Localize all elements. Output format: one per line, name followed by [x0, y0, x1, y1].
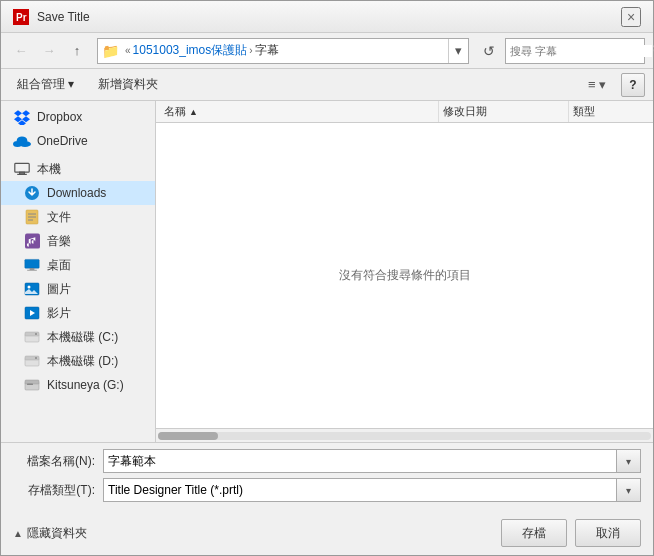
hide-folder-label: 隱藏資料夾 — [27, 525, 87, 542]
sidebar-label-dropbox: Dropbox — [37, 110, 82, 124]
sidebar-label-desktop: 桌面 — [47, 257, 71, 274]
footer: ▲ 隱藏資料夾 存檔 取消 — [1, 513, 653, 555]
file-list: 沒有符合搜尋條件的項目 — [156, 123, 653, 428]
sidebar-item-driveC[interactable]: 本機磁碟 (C:) — [1, 325, 155, 349]
svg-rect-17 — [27, 270, 37, 271]
type-column-header[interactable]: 類型 — [569, 101, 649, 122]
driveG-icon — [23, 376, 41, 394]
dialog-title: Save Title — [37, 10, 90, 24]
driveD-icon — [23, 352, 41, 370]
app-icon: Pr — [13, 9, 29, 25]
back-button[interactable]: ← — [9, 39, 33, 63]
view-button[interactable]: ≡ ▾ — [577, 73, 617, 97]
svg-point-24 — [35, 333, 37, 335]
help-button[interactable]: ? — [621, 73, 645, 97]
search-input[interactable] — [506, 45, 652, 57]
sidebar-label-music: 音樂 — [47, 233, 71, 250]
svg-rect-7 — [17, 174, 27, 175]
filename-input[interactable] — [103, 449, 617, 473]
refresh-button[interactable]: ↺ — [477, 39, 501, 63]
name-column-header[interactable]: 名稱 ▲ — [160, 101, 439, 122]
sidebar-label-onedrive: OneDrive — [37, 134, 88, 148]
thispc-icon — [13, 160, 31, 178]
driveC-icon — [23, 328, 41, 346]
close-button[interactable]: × — [621, 7, 641, 27]
sidebar-item-videos[interactable]: 影片 — [1, 301, 155, 325]
scroll-track — [158, 432, 651, 440]
sidebar-label-documents: 文件 — [47, 209, 71, 226]
desktop-icon — [23, 256, 41, 274]
sidebar-item-desktop[interactable]: 桌面 — [1, 253, 155, 277]
footer-buttons: 存檔 取消 — [501, 519, 641, 547]
sidebar-label-pictures: 圖片 — [47, 281, 71, 298]
action-bar: 組合管理 ▾ 新增資料夾 ≡ ▾ ? — [1, 69, 653, 101]
file-header: 名稱 ▲ 修改日期 類型 — [156, 101, 653, 123]
svg-point-27 — [35, 357, 37, 359]
sidebar: Dropbox OneDrive 本機 Downlo — [1, 101, 156, 442]
sidebar-item-driveG[interactable]: Kitsuneya (G:) — [1, 373, 155, 397]
path-bar: 📁 « 1051003_imos保護貼 › 字幕 ▾ — [97, 38, 469, 64]
path-current: 字幕 — [255, 42, 279, 59]
form-area: 檔案名稱(N): ▾ 存檔類型(T): Title Designer Title… — [1, 442, 653, 513]
sidebar-label-thispc: 本機 — [37, 161, 61, 178]
sidebar-item-downloads[interactable]: Downloads — [1, 181, 155, 205]
search-bar: 🔍 — [505, 38, 645, 64]
main-content: Dropbox OneDrive 本機 Downlo — [1, 101, 653, 442]
sidebar-item-pictures[interactable]: 圖片 — [1, 277, 155, 301]
save-dialog: Pr Save Title × ← → ↑ 📁 « 1051003_imos保護… — [0, 0, 654, 556]
sidebar-item-thispc[interactable]: 本機 — [1, 157, 155, 181]
pictures-icon — [23, 280, 41, 298]
downloads-icon — [23, 184, 41, 202]
svg-rect-5 — [15, 163, 29, 172]
name-sort-arrow: ▲ — [189, 107, 198, 117]
sidebar-label-driveD: 本機磁碟 (D:) — [47, 353, 118, 370]
svg-rect-30 — [27, 384, 33, 386]
onedrive-icon — [13, 132, 31, 150]
filename-label: 檔案名稱(N): — [13, 453, 103, 470]
scroll-thumb[interactable] — [158, 432, 218, 440]
sidebar-item-onedrive[interactable]: OneDrive — [1, 129, 155, 153]
filename-row: 檔案名稱(N): ▾ — [13, 449, 641, 473]
forward-button[interactable]: → — [37, 39, 61, 63]
cancel-button[interactable]: 取消 — [575, 519, 641, 547]
title-bar-left: Pr Save Title — [13, 9, 90, 25]
organize-button[interactable]: 組合管理 ▾ — [9, 73, 82, 97]
breadcrumb: « 1051003_imos保護貼 › 字幕 — [123, 42, 448, 59]
sidebar-label-videos: 影片 — [47, 305, 71, 322]
sidebar-item-documents[interactable]: 文件 — [1, 205, 155, 229]
videos-icon — [23, 304, 41, 322]
sidebar-label-driveG: Kitsuneya (G:) — [47, 378, 124, 392]
sidebar-label-downloads: Downloads — [47, 186, 106, 200]
documents-icon — [23, 208, 41, 226]
path-dropdown-button[interactable]: ▾ — [448, 39, 468, 63]
sidebar-label-driveC: 本機磁碟 (C:) — [47, 329, 118, 346]
svg-point-4 — [17, 137, 28, 145]
svg-rect-29 — [25, 380, 39, 384]
empty-message: 沒有符合搜尋條件的項目 — [339, 267, 471, 284]
path-parent[interactable]: 1051003_imos保護貼 — [133, 42, 248, 59]
music-icon — [23, 232, 41, 250]
svg-point-19 — [28, 286, 31, 289]
save-button[interactable]: 存檔 — [501, 519, 567, 547]
sidebar-item-driveD[interactable]: 本機磁碟 (D:) — [1, 349, 155, 373]
toggle-icon: ▲ — [13, 528, 23, 539]
file-area: 名稱 ▲ 修改日期 類型 沒有符合搜尋條件的項目 — [156, 101, 653, 442]
horizontal-scrollbar[interactable] — [156, 428, 653, 442]
svg-text:Pr: Pr — [16, 12, 27, 23]
filetype-select[interactable]: Title Designer Title (*.prtl) — [103, 478, 617, 502]
sidebar-item-music[interactable]: 音樂 — [1, 229, 155, 253]
date-column-header[interactable]: 修改日期 — [439, 101, 569, 122]
sidebar-item-dropbox[interactable]: Dropbox — [1, 105, 155, 129]
action-left: 組合管理 ▾ 新增資料夾 — [9, 73, 166, 97]
new-folder-button[interactable]: 新增資料夾 — [90, 73, 166, 97]
svg-rect-16 — [30, 268, 35, 270]
filetype-label: 存檔類型(T): — [13, 482, 103, 499]
action-right: ≡ ▾ ? — [577, 73, 645, 97]
filetype-dropdown[interactable]: ▾ — [617, 478, 641, 502]
filetype-row: 存檔類型(T): Title Designer Title (*.prtl) ▾ — [13, 478, 641, 502]
hide-folder-toggle[interactable]: ▲ 隱藏資料夾 — [13, 525, 87, 542]
filename-dropdown[interactable]: ▾ — [617, 449, 641, 473]
up-button[interactable]: ↑ — [65, 39, 89, 63]
svg-rect-6 — [20, 172, 25, 174]
dropbox-icon — [13, 108, 31, 126]
